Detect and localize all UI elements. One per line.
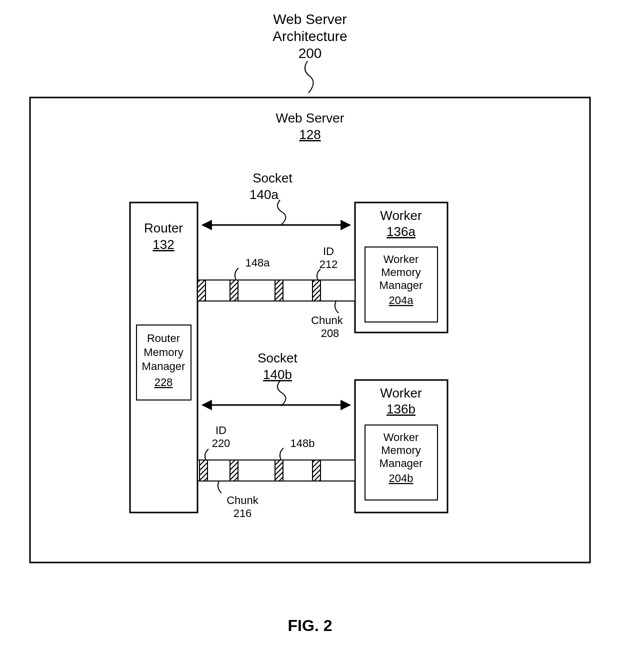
page-title: Web Server Architecture 200 xyxy=(272,12,347,93)
id-a-label: ID xyxy=(323,245,334,258)
wmem-b-l2: Memory xyxy=(381,444,420,456)
svg-rect-12 xyxy=(230,460,238,481)
worker-a-ref: 136a xyxy=(386,224,416,239)
web-server-box: Web Server 128 xyxy=(30,98,590,562)
wmem-a-l3: Manager xyxy=(380,279,423,292)
wmem-a-l1: Worker xyxy=(384,253,419,266)
router-mem-l3: Manager xyxy=(142,360,186,372)
chunk-a-label: Chunk xyxy=(311,314,344,326)
svg-rect-13 xyxy=(275,460,283,481)
router-label: Router xyxy=(144,220,183,236)
worker-b-box: Worker 136b Worker Memory Manager 204b xyxy=(355,380,448,512)
title-line2: Architecture xyxy=(272,28,347,44)
chunk-b-label: Chunk xyxy=(226,494,259,506)
web-server-ref: 128 xyxy=(299,127,320,142)
router-mem-ref: 228 xyxy=(154,376,173,388)
svg-rect-7 xyxy=(230,280,238,301)
svg-rect-0 xyxy=(30,98,590,562)
socket-b-ref: 140b xyxy=(263,367,292,382)
wmem-b-l1: Worker xyxy=(384,431,419,444)
router-mem-l2: Memory xyxy=(144,346,183,358)
wmem-a-ref: 204a xyxy=(389,294,414,306)
shared-a-ref: 148a xyxy=(246,256,270,269)
router-mem-l1: Router xyxy=(147,332,180,344)
svg-rect-14 xyxy=(312,460,320,481)
web-server-label: Web Server xyxy=(276,110,344,126)
router-memory-manager-box: Router Memory Manager 228 xyxy=(136,325,191,400)
id-b-ref: 220 xyxy=(212,437,230,450)
chunk-b-ref: 216 xyxy=(234,507,252,520)
worker-a-box: Worker 136a Worker Memory Manager 204a xyxy=(355,202,448,332)
router-ref: 132 xyxy=(152,237,174,252)
wmem-b-l3: Manager xyxy=(380,457,423,470)
svg-rect-11 xyxy=(200,460,208,481)
title-line1: Web Server xyxy=(273,12,346,27)
svg-rect-9 xyxy=(312,280,320,301)
id-b-label: ID xyxy=(216,424,226,436)
worker-b-ref: 136b xyxy=(386,402,416,416)
worker-b-label: Worker xyxy=(380,386,422,400)
wmem-b-ref: 204b xyxy=(389,472,414,484)
id-a-ref: 212 xyxy=(320,258,338,270)
worker-a-label: Worker xyxy=(380,208,422,223)
title-ref: 200 xyxy=(298,46,322,61)
shared-b-ref: 148b xyxy=(290,437,315,450)
socket-a-label: Socket xyxy=(252,170,292,186)
chunk-a-ref: 208 xyxy=(321,327,340,340)
svg-rect-6 xyxy=(198,280,206,301)
socket-b-label: Socket xyxy=(258,350,298,366)
svg-rect-8 xyxy=(275,280,283,301)
figure-label: FIG. 2 xyxy=(288,616,332,634)
socket-a-ref: 140a xyxy=(250,187,278,202)
wmem-a-l2: Memory xyxy=(381,266,420,278)
title-squiggle xyxy=(305,61,314,93)
